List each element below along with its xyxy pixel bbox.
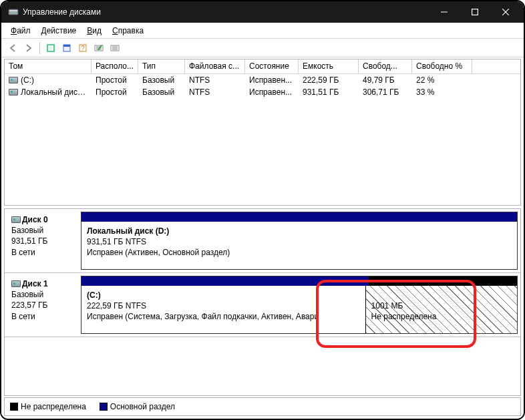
volume-list-pane: Том Располо... Тип Файловая с... Состоян…: [4, 59, 521, 206]
disk-icon: [11, 280, 21, 287]
volume-list-header: Том Располо... Тип Файловая с... Состоян…: [5, 59, 520, 74]
legend-unallocated-label: Не распределена: [21, 402, 86, 411]
minimize-button[interactable]: [429, 1, 460, 23]
col-volume[interactable]: Том: [5, 59, 92, 73]
disk-meta: Диск 0Базовый931,51 ГБВ сети: [7, 212, 81, 270]
refresh-button[interactable]: [43, 41, 58, 55]
col-type[interactable]: Тип: [138, 59, 185, 73]
col-fs[interactable]: Файловая с...: [185, 59, 245, 73]
svg-rect-9: [63, 45, 70, 47]
properties-button[interactable]: [92, 41, 106, 55]
svg-rect-3: [472, 9, 478, 15]
menu-view[interactable]: Вид: [81, 25, 107, 37]
menu-action-label: Д: [41, 26, 47, 35]
col-free[interactable]: Свобод...: [359, 59, 412, 73]
disk-management-icon: [8, 7, 19, 17]
legend-unallocated-swatch: [10, 403, 18, 411]
partition-header-bar: [81, 212, 517, 222]
titlebar: Управление дисками: [1, 1, 524, 23]
menu-file-label: Ф: [11, 26, 17, 35]
toolbar-separator: [39, 42, 40, 54]
close-button[interactable]: [490, 1, 521, 23]
legend-unallocated: Не распределена: [10, 402, 86, 411]
col-capacity[interactable]: Емкость: [299, 59, 359, 73]
partition-header-bar: [81, 276, 517, 286]
volume-icon: [9, 89, 18, 95]
content-area: Том Располо... Тип Файловая с... Состоян…: [1, 57, 524, 419]
menu-help[interactable]: Справка: [107, 25, 149, 37]
menu-action[interactable]: Действие: [36, 25, 82, 37]
disk-icon: [11, 216, 21, 223]
col-layout[interactable]: Располо...: [92, 59, 138, 73]
svg-rect-1: [9, 10, 17, 11]
disk-management-window: Управление дисками Файл Действие Вид Спр…: [0, 0, 525, 420]
volume-icon: [9, 77, 18, 83]
maximize-button[interactable]: [460, 1, 490, 23]
back-button[interactable]: [5, 41, 20, 55]
menubar: Файл Действие Вид Справка: [1, 23, 524, 39]
disk-partitions: (C:)222,59 ГБ NTFSИсправен (Система, Заг…: [81, 276, 518, 334]
window-controls: [429, 1, 521, 23]
disk-block: Диск 0Базовый931,51 ГБВ сетиЛокальный ди…: [5, 209, 520, 273]
menu-help-label: С: [112, 26, 118, 35]
partition-primary[interactable]: (C:)222,59 ГБ NTFSИсправен (Система, Заг…: [81, 286, 366, 333]
legend-primary: Основной раздел: [100, 402, 175, 411]
legend: Не распределена Основной раздел: [4, 397, 521, 416]
partition-primary[interactable]: Локальный диск (D:)931,51 ГБ NTFSИсправе…: [81, 222, 517, 269]
toolbar: ?: [1, 39, 524, 57]
disk-block: Диск 1Базовый223,57 ГБВ сети(C:)222,59 Г…: [5, 273, 520, 337]
menu-view-label: В: [87, 26, 92, 35]
help-button[interactable]: ?: [75, 41, 90, 55]
legend-primary-label: Основной раздел: [110, 402, 175, 411]
actions-button[interactable]: [108, 41, 122, 55]
graphical-disk-pane: Диск 0Базовый931,51 ГБВ сетиЛокальный ди…: [4, 208, 521, 396]
svg-text:?: ?: [81, 45, 85, 52]
menu-file[interactable]: Файл: [5, 25, 36, 37]
settings-button[interactable]: [59, 41, 74, 55]
svg-rect-7: [49, 46, 53, 50]
partition-unallocated[interactable]: 1001 МБНе распределена: [366, 286, 517, 333]
forward-button[interactable]: [21, 41, 36, 55]
volume-row[interactable]: (C:)ПростойБазовыйNTFSИсправен...222,59 …: [5, 74, 520, 86]
volume-list-rows: (C:)ПростойБазовыйNTFSИсправен...222,59 …: [5, 74, 520, 205]
legend-primary-swatch: [100, 403, 108, 411]
disk-meta: Диск 1Базовый223,57 ГБВ сети: [7, 276, 81, 334]
col-freepct[interactable]: Свободно %: [412, 59, 472, 73]
col-status[interactable]: Состояние: [245, 59, 299, 73]
volume-row[interactable]: Локальный диск (...ПростойБазовыйNTFSИсп…: [5, 86, 520, 98]
window-title: Управление дисками: [23, 7, 429, 17]
disk-partitions: Локальный диск (D:)931,51 ГБ NTFSИсправе…: [81, 212, 518, 270]
